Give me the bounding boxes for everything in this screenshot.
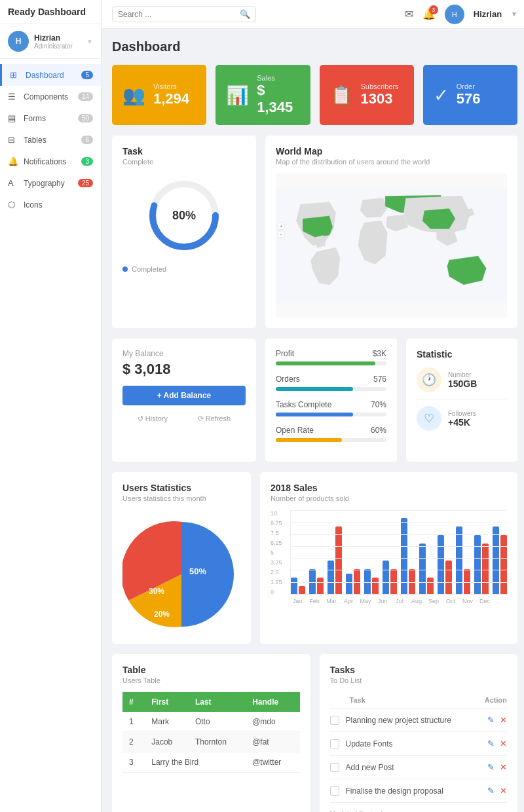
pie-chart-card: Users Statistics Users statistics this m… xyxy=(112,472,251,644)
row1-num: 1 xyxy=(122,712,145,732)
sidebar-item-icons[interactable]: ⬡ Icons xyxy=(0,194,101,215)
stat-item-number: 🕐 Number 150GB xyxy=(417,361,507,399)
stat-item-followers: ♡ Followers +45K xyxy=(417,399,507,437)
add-balance-button[interactable]: + Add Balance xyxy=(122,386,246,405)
col-hash: # xyxy=(122,692,145,712)
task-checkbox-1[interactable] xyxy=(330,716,339,725)
search-input[interactable] xyxy=(118,10,236,19)
table-row: 2 Jacob Thornton @fat xyxy=(122,732,300,752)
bar-may xyxy=(364,569,379,595)
task-actions-3: ✎ ✕ xyxy=(487,762,507,772)
task-edit-icon-4[interactable]: ✎ xyxy=(487,786,495,796)
col-handle: Handle xyxy=(246,692,299,712)
dashboard-icon: ⊞ xyxy=(10,70,20,80)
history-link[interactable]: ↺ History xyxy=(138,415,168,423)
task-edit-icon-1[interactable]: ✎ xyxy=(487,715,495,725)
sidebar-label-icons: Icons xyxy=(24,200,43,210)
refresh-link[interactable]: ⟳ Refresh xyxy=(198,415,231,423)
task-delete-icon-4[interactable]: ✕ xyxy=(500,786,507,796)
notifications-icon: 🔔 xyxy=(8,157,18,166)
bar-jul xyxy=(401,518,415,595)
sidebar-item-tables[interactable]: ⊟ Tables 6 xyxy=(0,129,101,151)
progress-tasks-complete: Tasks Complete 70% xyxy=(276,400,386,416)
pie-chart-svg: 50% 20% 30% xyxy=(122,515,240,633)
sidebar-username: Hizrian xyxy=(34,33,73,43)
topbar-username[interactable]: Hizrian xyxy=(474,9,502,19)
profit-bar-fill xyxy=(276,361,375,365)
task-checkbox-4[interactable] xyxy=(330,786,339,796)
orders-bar-fill xyxy=(276,387,353,391)
task-delete-icon-2[interactable]: ✕ xyxy=(500,739,507,748)
y-axis-labels: 10 8.75 7.5 6.25 5 3.75 2.5 1.25 0 xyxy=(271,510,282,595)
sales-chart-card: 2018 Sales Number of products sold 10 8.… xyxy=(260,472,517,644)
col-first: First xyxy=(145,692,189,712)
table-tasks-row: Table Users Table # First Last Handle 1 xyxy=(112,654,517,812)
avatar: H xyxy=(8,31,29,52)
statistic-card: Statistic 🕐 Number 150GB ♡ Followers +45… xyxy=(406,339,517,462)
stat-card-sales: 📊 Sales $ 1,345 xyxy=(215,65,310,125)
sidebar-item-dashboard[interactable]: ⊞ Dashboard 5 xyxy=(0,64,101,86)
users-stats-subtitle: Users statistics this month xyxy=(122,494,240,502)
task-edit-icon-3[interactable]: ✎ xyxy=(487,762,495,772)
task-text-3: Add new Post xyxy=(346,763,481,772)
task-checkbox-3[interactable] xyxy=(330,763,339,772)
profit-bar-bg xyxy=(276,361,386,365)
tasks-complete-bar-bg xyxy=(276,413,386,416)
donut-wrap: 80% xyxy=(122,176,246,255)
balance-amount: $ 3,018 xyxy=(122,361,246,378)
sales-icon: 📊 xyxy=(226,84,249,106)
sidebar-item-components[interactable]: ☰ Components 14 xyxy=(0,86,101,107)
main-content: 🔍 ✉ 🔔 3 H Hizrian ▼ Dashboard 👥 Visitors… xyxy=(102,0,524,812)
task-edit-icon-2[interactable]: ✎ xyxy=(487,739,495,748)
tasks-subtitle: To Do List xyxy=(330,676,508,684)
task-checkbox-2[interactable] xyxy=(330,739,339,748)
sales-title: 2018 Sales xyxy=(271,483,507,493)
map-title: World Map xyxy=(276,146,507,157)
sidebar-brand: Ready Dashboard xyxy=(0,0,101,24)
tasks-updated: Updated 3 minutes ago xyxy=(330,809,508,812)
tasks-card: Tasks To Do List Task Action Planning ne… xyxy=(320,654,518,812)
svg-text:30%: 30% xyxy=(149,587,164,596)
task-delete-icon-1[interactable]: ✕ xyxy=(500,715,507,725)
map-subtitle: Map of the distribution of users around … xyxy=(276,158,507,166)
topbar-dropdown-icon[interactable]: ▼ xyxy=(511,10,517,18)
followers-label: Followers xyxy=(448,410,476,417)
progress-open-rate: Open Rate 60% xyxy=(276,426,386,442)
action-col-label: Action xyxy=(485,696,507,704)
search-box[interactable]: 🔍 xyxy=(112,6,256,22)
sidebar-label-tables: Tables xyxy=(24,136,47,145)
svg-text:+: + xyxy=(280,223,283,229)
statistic-title: Statistic xyxy=(417,349,507,360)
dashboard-badge: 5 xyxy=(81,71,93,79)
task-delete-icon-3[interactable]: ✕ xyxy=(500,762,507,772)
task-card: Task Complete 80% Completed xyxy=(112,136,256,328)
sidebar-item-typography[interactable]: A Typography 25 xyxy=(0,172,101,194)
svg-text:20%: 20% xyxy=(154,610,170,619)
notifications-bell-icon[interactable]: 🔔 3 xyxy=(422,8,436,20)
typography-icon: A xyxy=(8,178,18,188)
tasks-complete-value: 70% xyxy=(371,400,386,409)
components-icon: ☰ xyxy=(8,92,18,101)
topbar-avatar[interactable]: H xyxy=(445,5,464,24)
sidebar-item-forms[interactable]: ▤ Forms 50 xyxy=(0,107,101,129)
balance-label: My Balance xyxy=(122,349,246,358)
mail-icon[interactable]: ✉ xyxy=(405,8,413,20)
sidebar-nav: ⊞ Dashboard 5 ☰ Components 14 ▤ Forms 50… xyxy=(0,59,101,812)
bar-feb xyxy=(309,569,324,595)
table-subtitle: Users Table xyxy=(122,676,300,684)
profit-label: Profit xyxy=(276,349,294,358)
sidebar-label-notifications: Notifications xyxy=(24,157,66,166)
bar-nov xyxy=(474,535,489,595)
task-text-2: Update Fonts xyxy=(346,739,481,748)
visitors-label: Visitors xyxy=(153,83,189,90)
progress-orders: Orders 576 xyxy=(276,375,386,391)
charts-row: Users Statistics Users statistics this m… xyxy=(112,472,517,644)
sidebar-label-typography: Typography xyxy=(24,179,65,188)
task-actions-4: ✎ ✕ xyxy=(487,786,507,796)
users-table: # First Last Handle 1 Mark Otto @mdo xyxy=(122,692,300,773)
sidebar-label-forms: Forms xyxy=(24,114,46,123)
sidebar-item-notifications[interactable]: 🔔 Notifications 3 xyxy=(0,151,101,172)
bar-jan xyxy=(291,578,305,595)
open-rate-bar-fill xyxy=(276,438,342,442)
sidebar-toggle-icon[interactable]: ▼ xyxy=(86,38,93,45)
